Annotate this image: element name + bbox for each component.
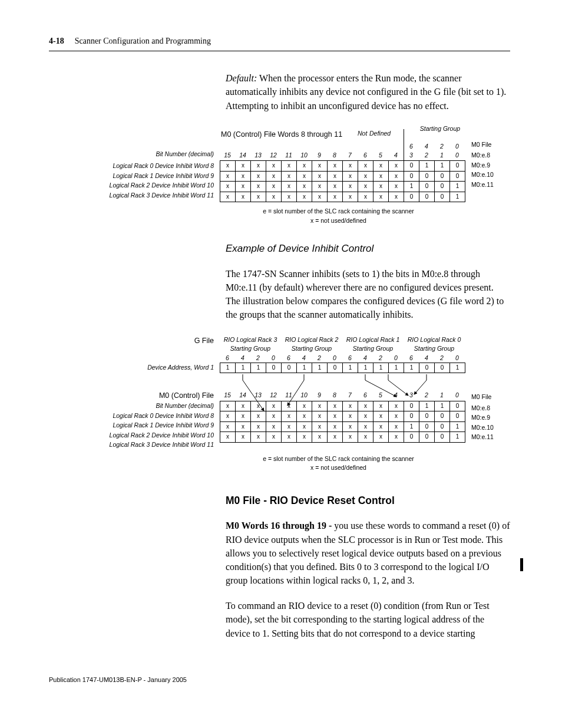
row-label: Logical Rack 0 Device Inhibit Word 8 bbox=[49, 411, 214, 421]
figure-2: G File Device Address, Word 1 M0 (Contro… bbox=[49, 335, 510, 449]
example-heading: Example of Device Inhibit Control bbox=[226, 242, 510, 256]
legend-e: e = slot number of the SLC rack containi… bbox=[167, 207, 510, 216]
sec2-p2: To command an RIO device to a reset (0) … bbox=[226, 599, 510, 640]
m0-addr: M0:e.9 bbox=[471, 413, 504, 423]
example-text: The 1747-SN Scanner inhibits (sets to 1)… bbox=[226, 267, 510, 322]
arrows-icon bbox=[220, 373, 473, 432]
row-label: Logical Rack 3 Device Inhibit Word 11 bbox=[49, 190, 214, 200]
m0-addr: M0:e.8 bbox=[471, 403, 504, 413]
m0-addr: M0:e.9 bbox=[471, 160, 504, 170]
m0-file-label: M0 File bbox=[471, 140, 504, 150]
sec2-label: M0 Words 16 through 19 - bbox=[226, 521, 334, 531]
not-label: Not bbox=[358, 129, 367, 138]
m0-addr: M0:e.8 bbox=[471, 150, 504, 160]
row-label: Logical Rack 3 Device Inhibit Word 11 bbox=[49, 440, 214, 450]
default-label: Default: bbox=[226, 73, 257, 83]
intro-para: Default: When the processor enters the R… bbox=[226, 71, 510, 113]
starting-group-label: Starting Group bbox=[415, 124, 465, 133]
legend-x: x = not used/defined bbox=[167, 216, 510, 225]
gfile-label: G File bbox=[49, 335, 214, 346]
m0ctrl-label: M0 (Control) File bbox=[49, 390, 214, 401]
chapter-title: Scanner Configuration and Programming bbox=[75, 35, 211, 47]
row-label: Logical Rack 1 Device Inhibit Word 9 bbox=[49, 420, 214, 430]
bit-number-label: Bit Number (decimal) bbox=[49, 401, 214, 411]
legend-e: e = slot number of the SLC rack containi… bbox=[167, 454, 510, 463]
figure-1: Bit Number (decimal) Logical Rack 0 Devi… bbox=[49, 129, 510, 203]
section-heading: M0 File - RIO Device Reset Control bbox=[226, 493, 510, 508]
row-label: Logical Rack 1 Device Inhibit Word 9 bbox=[49, 171, 214, 181]
intro-text: When the processor enters the Run mode, … bbox=[226, 73, 506, 110]
m0-addr: M0:e.11 bbox=[471, 432, 504, 442]
m0-file-label: M0 File bbox=[471, 392, 504, 402]
gfile-table: 1110011011111001 bbox=[220, 363, 465, 374]
dev-addr-label: Device Address, Word 1 bbox=[49, 363, 214, 373]
m0-addr: M0:e.10 bbox=[471, 423, 504, 433]
row-label: Logical Rack 2 Device Inhibit Word 10 bbox=[49, 430, 214, 440]
change-bar-icon bbox=[520, 558, 523, 571]
page-number: 4-18 bbox=[49, 35, 64, 47]
row-label: Logical Rack 2 Device Inhibit Word 10 bbox=[49, 180, 214, 190]
bit-number-label: Bit Number (decimal) bbox=[49, 149, 214, 159]
sec2-p1: M0 Words 16 through 19 - you use these w… bbox=[226, 519, 510, 587]
footer-pub: Publication 1747-UM013B-EN-P - January 2… bbox=[49, 676, 510, 685]
running-header: 4-18 Scanner Configuration and Programmi… bbox=[49, 35, 510, 47]
m0-addr: M0:e.10 bbox=[471, 170, 504, 180]
header-rule bbox=[49, 51, 510, 51]
defined-label: Defined bbox=[369, 129, 391, 138]
row-label: Logical Rack 0 Device Inhibit Word 8 bbox=[49, 161, 214, 171]
figure-1-table: xxxxxxxxxxxx0110xxxxxxxxxxxx0000xxxxxxxx… bbox=[220, 160, 465, 202]
m0-addr: M0:e.11 bbox=[471, 180, 504, 190]
legend-x: x = not used/defined bbox=[167, 463, 510, 472]
